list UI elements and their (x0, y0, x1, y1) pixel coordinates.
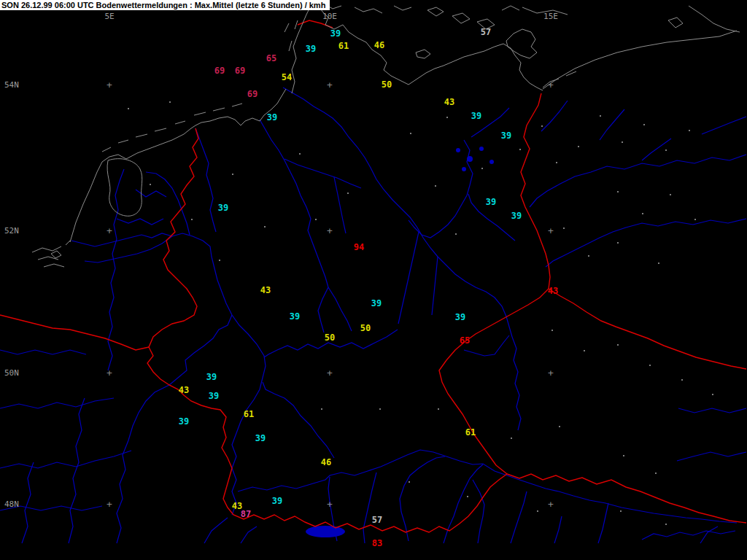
borders-layer (0, 20, 746, 532)
station-wind-value: 39 (306, 44, 316, 54)
station-wind-value: 50 (382, 79, 392, 90)
title-bar: SON 26.12.99 06:00 UTC Bodenwettermeldun… (0, 0, 330, 10)
grid-cross: + (327, 225, 333, 236)
longitude-label: 10E (322, 12, 337, 21)
station-wind-value: 54 (282, 72, 292, 82)
station-wind-value: 39 (486, 197, 496, 207)
grid-cross: + (548, 368, 554, 378)
grid-cross: + (548, 79, 554, 90)
grid-cross: + (327, 79, 333, 90)
grid-cross: + (327, 368, 333, 378)
station-wind-value: 43 (444, 97, 454, 107)
grid-cross: + (107, 499, 112, 510)
grid-cross: + (548, 225, 554, 236)
station-wind-value: 57 (481, 27, 491, 37)
station-wind-value: 39 (206, 372, 217, 382)
station-wind-value: 39 (267, 112, 277, 122)
station-wind-value: 39 (330, 28, 341, 39)
station-wind-value: 46 (321, 457, 331, 467)
grid-cross: + (327, 499, 333, 510)
station-wind-value: 39 (209, 391, 219, 401)
station-wind-value: 39 (371, 298, 382, 308)
station-wind-value: 43 (179, 385, 189, 395)
station-wind-value: 39 (290, 311, 300, 322)
station-wind-value: 87 (241, 509, 251, 519)
station-wind-value: 61 (465, 427, 476, 438)
latitude-label: 54N (4, 80, 19, 90)
grid-cross: + (107, 225, 112, 236)
latitude-label: 52N (4, 226, 19, 236)
specks-layer (128, 101, 713, 525)
station-wind-value: 69 (247, 89, 258, 99)
coastlines-layer (32, 4, 740, 267)
station-wind-value: 69 (214, 66, 225, 76)
station-wind-value: 83 (372, 538, 382, 548)
station-wind-value: 50 (325, 332, 335, 343)
longitude-label: 15E (543, 12, 558, 21)
station-wind-value: 43 (548, 286, 558, 296)
station-wind-value: 39 (272, 496, 282, 506)
station-wind-value: 65 (460, 335, 470, 346)
station-wind-value: 57 (372, 515, 382, 525)
grid-cross: + (107, 368, 112, 378)
station-wind-value: 39 (511, 211, 522, 221)
station-wind-value: 50 (360, 323, 371, 333)
station-wind-value: 39 (501, 131, 511, 141)
longitude-label: 5E (104, 12, 114, 21)
station-wind-value: 46 (374, 40, 384, 50)
latitude-label: 48N (4, 499, 19, 509)
grid-cross: + (107, 79, 112, 90)
station-wind-value: 39 (179, 416, 189, 427)
station-wind-value: 65 (266, 53, 276, 63)
station-wind-value: 39 (455, 312, 465, 322)
title-text: SON 26.12.99 06:00 UTC Bodenwettermeldun… (1, 1, 325, 9)
weather-map-screen: 5E10E15E54N52N50N48N++++++++++++ 3961394… (0, 0, 747, 560)
grid-cross: + (548, 499, 554, 510)
station-wind-value: 94 (354, 242, 364, 252)
station-wind-value: 39 (471, 111, 481, 121)
station-wind-value: 69 (235, 66, 245, 76)
latitude-label: 50N (4, 368, 19, 378)
station-wind-value: 61 (244, 409, 254, 419)
station-wind-value: 39 (255, 433, 266, 443)
station-wind-value: 39 (218, 203, 228, 213)
station-wind-value: 43 (260, 285, 271, 295)
station-wind-value: 61 (338, 41, 349, 51)
